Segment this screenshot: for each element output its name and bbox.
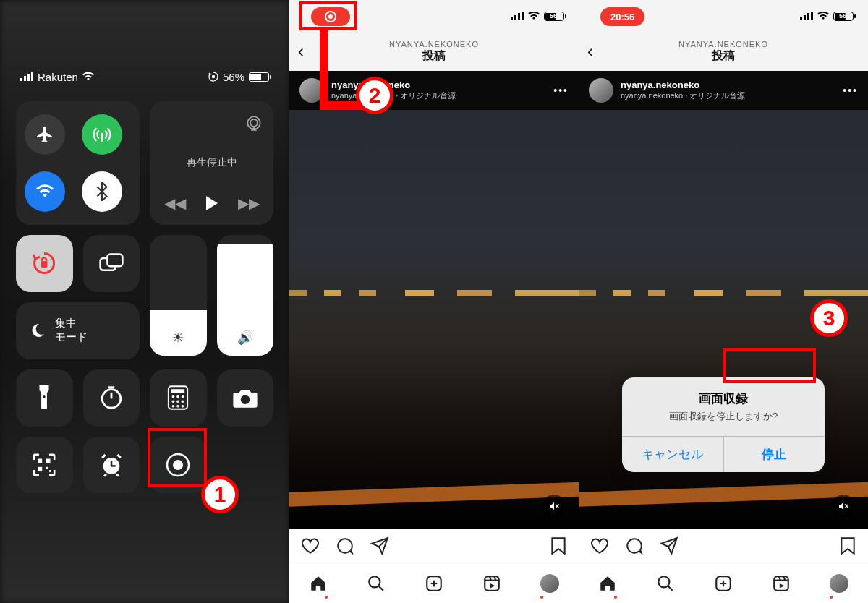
- camera-tile[interactable]: [217, 369, 274, 427]
- wifi-icon: [817, 12, 829, 20]
- svg-line-49: [378, 586, 383, 591]
- cellular-toggle[interactable]: [82, 114, 122, 155]
- svg-point-25: [176, 405, 179, 408]
- connectivity-module[interactable]: [16, 101, 140, 225]
- focus-tile[interactable]: 集中 モード: [16, 302, 140, 360]
- comment-icon[interactable]: [625, 536, 644, 555]
- tab-home-icon[interactable]: [309, 574, 328, 593]
- tab-search-icon[interactable]: [656, 574, 675, 593]
- calculator-tile[interactable]: [150, 369, 207, 427]
- like-icon[interactable]: [301, 536, 320, 555]
- alert-cancel-button[interactable]: キャンセル: [622, 437, 723, 472]
- svg-line-64: [668, 586, 673, 591]
- svg-rect-68: [774, 576, 788, 591]
- svg-rect-53: [485, 576, 499, 591]
- airplane-icon: [35, 125, 54, 144]
- tab-reels-icon[interactable]: [772, 574, 791, 593]
- badge-1: 1: [201, 476, 239, 513]
- tab-profile-icon[interactable]: [830, 574, 848, 593]
- post-media[interactable]: [289, 110, 579, 529]
- post-subtitle[interactable]: nyanya.nekoneko · オリジナル音源: [331, 90, 456, 101]
- save-icon[interactable]: [839, 536, 856, 555]
- status-right: 56%: [208, 71, 269, 83]
- tab-profile-icon[interactable]: [540, 574, 559, 593]
- mute-button[interactable]: [832, 495, 855, 518]
- timer-tile[interactable]: [83, 369, 140, 427]
- phone-2-instagram-recording: 56 ‹ NYANYA.NEKONEKO 投稿 nyanya.nekoneko …: [289, 0, 579, 603]
- svg-rect-44: [518, 13, 520, 20]
- share-icon[interactable]: [660, 536, 678, 555]
- tab-search-icon[interactable]: [367, 574, 386, 593]
- tab-bar: [579, 563, 868, 603]
- qr-scan-tile[interactable]: [16, 437, 73, 494]
- mute-button[interactable]: [542, 495, 566, 518]
- control-center-grid: 再生停止中 ◀◀ ▶▶ ☀ 🔊 集中 モード: [16, 101, 273, 493]
- alert-message: 画面収録を停止しますか?: [622, 410, 825, 436]
- volume-slider[interactable]: 🔊: [217, 235, 274, 356]
- prev-icon[interactable]: ◀◀: [164, 194, 186, 212]
- post-actions: [579, 529, 868, 563]
- svg-point-26: [182, 405, 184, 408]
- timer-icon: [99, 385, 124, 410]
- time-label: 20:56: [610, 12, 634, 22]
- skyline-decoration: [579, 290, 868, 296]
- comment-icon[interactable]: [336, 536, 354, 555]
- svg-rect-29: [46, 458, 51, 463]
- tab-create-icon[interactable]: [425, 574, 443, 593]
- flashlight-tile[interactable]: [16, 369, 73, 427]
- status-left: Rakuten: [20, 71, 94, 83]
- tab-create-icon[interactable]: [714, 574, 733, 593]
- nav-title: 投稿: [389, 48, 479, 64]
- like-icon[interactable]: [590, 536, 609, 555]
- home-notif-dot: [325, 596, 328, 599]
- orientation-lock-icon: [31, 250, 57, 276]
- orientation-lock-status-icon: [208, 72, 218, 82]
- tab-reels-icon[interactable]: [482, 574, 501, 593]
- save-icon[interactable]: [550, 536, 567, 555]
- svg-rect-11: [107, 255, 122, 267]
- callout-box-1: [148, 428, 207, 487]
- post-username[interactable]: nyanya.nekoneko: [331, 80, 456, 90]
- play-icon[interactable]: [206, 196, 218, 210]
- more-button[interactable]: •••: [843, 85, 858, 96]
- airplay-icon[interactable]: [244, 114, 263, 133]
- wifi-icon: [36, 184, 54, 199]
- alarm-tile[interactable]: [83, 437, 140, 494]
- airplane-toggle[interactable]: [25, 114, 65, 155]
- recording-time-pill[interactable]: 20:56: [600, 7, 644, 26]
- orientation-lock-tile[interactable]: [16, 235, 73, 292]
- wifi-icon: [528, 12, 540, 20]
- cellular-icon: [800, 12, 813, 20]
- svg-rect-43: [514, 15, 516, 20]
- alarm-icon: [99, 453, 124, 477]
- svg-rect-2: [27, 74, 30, 81]
- callout-box-2a: [299, 1, 357, 30]
- bluetooth-toggle[interactable]: [82, 171, 122, 212]
- avatar[interactable]: [589, 78, 613, 103]
- share-icon[interactable]: [370, 536, 389, 555]
- wifi-toggle[interactable]: [25, 171, 65, 212]
- svg-rect-0: [20, 78, 22, 81]
- media-module[interactable]: 再生停止中 ◀◀ ▶▶: [150, 101, 273, 225]
- cellular-icon: [511, 12, 524, 20]
- svg-rect-59: [807, 13, 809, 20]
- screen-mirroring-tile[interactable]: [83, 235, 140, 292]
- profile-notif-dot: [540, 596, 543, 599]
- svg-rect-57: [800, 17, 802, 20]
- svg-point-23: [182, 401, 184, 403]
- status-right: 56: [800, 12, 854, 21]
- post-subtitle[interactable]: nyanya.nekoneko · オリジナル音源: [621, 90, 745, 101]
- alert-stop-button[interactable]: 停止: [723, 437, 825, 472]
- back-button[interactable]: ‹: [298, 41, 304, 61]
- tab-bar: [289, 563, 579, 603]
- next-icon[interactable]: ▶▶: [238, 194, 260, 212]
- more-button[interactable]: •••: [553, 85, 569, 96]
- tab-home-icon[interactable]: [598, 574, 617, 593]
- rail-decoration: [289, 482, 579, 508]
- post-username[interactable]: nyanya.nekoneko: [621, 80, 745, 90]
- skyline-decoration: [289, 290, 579, 296]
- phone-1-control-center: Rakuten 56% 再生停止中 ◀◀ ▶▶ ☀: [0, 0, 289, 603]
- back-button[interactable]: ‹: [587, 41, 593, 61]
- battery-pct: 56: [839, 12, 846, 20]
- brightness-slider[interactable]: ☀: [150, 235, 207, 356]
